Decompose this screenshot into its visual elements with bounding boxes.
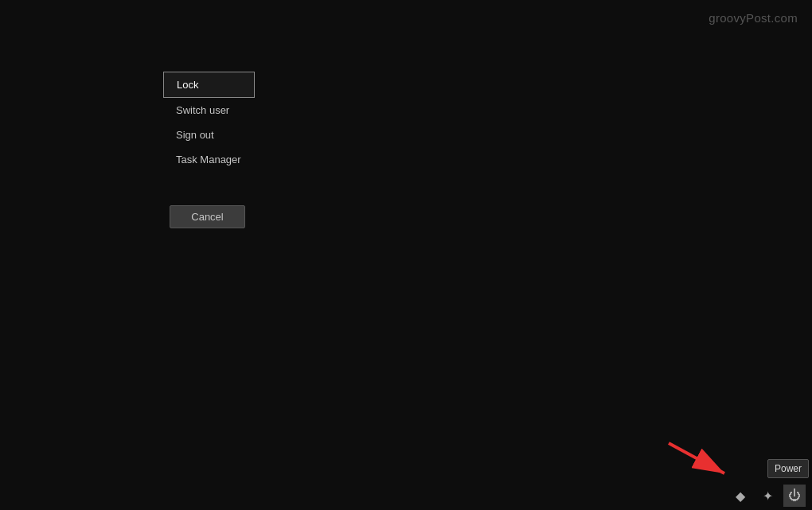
power-icon[interactable]: ⏻ — [783, 485, 806, 507]
network-icon[interactable]: ◆ — [729, 485, 751, 507]
taskbar-bottom: ◆✦⏻ — [723, 481, 812, 510]
context-menu: LockSwitch userSign outTask Manager — [163, 72, 255, 172]
menu-item-switch-user[interactable]: Switch user — [163, 98, 255, 123]
people-icon[interactable]: ✦ — [756, 485, 779, 507]
watermark: groovyPost.com — [709, 11, 798, 25]
menu-item-lock[interactable]: Lock — [163, 72, 255, 98]
menu-item-sign-out[interactable]: Sign out — [163, 123, 255, 147]
power-tooltip: Power — [767, 459, 809, 478]
menu-item-task-manager[interactable]: Task Manager — [163, 147, 255, 172]
red-arrow — [661, 435, 740, 486]
cancel-button[interactable]: Cancel — [170, 205, 245, 228]
svg-line-1 — [669, 443, 724, 473]
